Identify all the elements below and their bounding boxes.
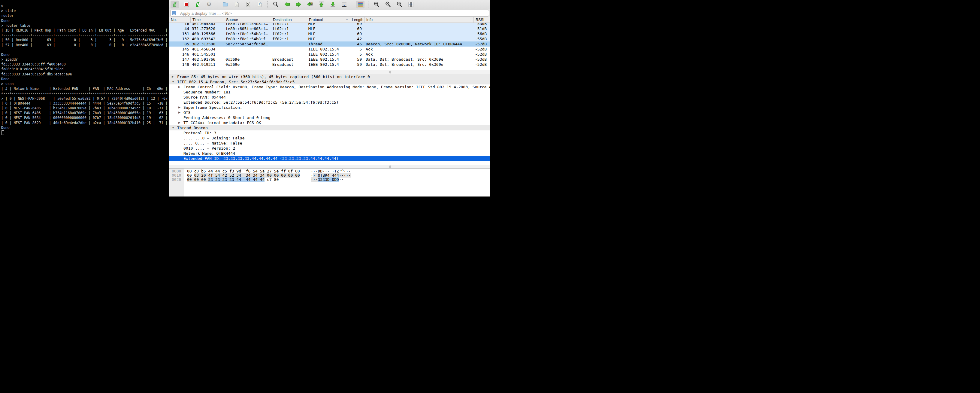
ascii-segment[interactable]: ··· bbox=[311, 177, 318, 182]
hex-row[interactable]: 000000 c0 b5 44 44 c5 f3 9d f6 54 5a 27 … bbox=[169, 169, 490, 173]
packet-row[interactable]: 132400.693542fe80::f8e1:54b8:f…ff02::1ML… bbox=[169, 36, 490, 42]
close-file-button[interactable] bbox=[244, 1, 252, 8]
ascii-segment[interactable]: ·· bbox=[339, 177, 344, 182]
detail-row[interactable]: ▶Superframe Specification: bbox=[169, 105, 490, 110]
hex-byte-segment[interactable]: c7 80 bbox=[264, 177, 278, 182]
detail-row[interactable]: ▶GTS bbox=[169, 110, 490, 115]
terminal-cursor[interactable] bbox=[2, 130, 4, 135]
packet-row[interactable]: 147402.5917660x369eBroadcastIEEE 802.15.… bbox=[169, 57, 490, 62]
zoom-in-button[interactable] bbox=[372, 1, 381, 8]
reload-file-button[interactable] bbox=[255, 1, 264, 8]
packet-row[interactable]: 44371.273620fe80::605f:e603:f…ff02::1MLE… bbox=[169, 26, 490, 31]
terminal-window[interactable]: >> staterouterDone> router table| ID | R… bbox=[0, 0, 169, 196]
packet-cell-length: 45 bbox=[350, 42, 364, 46]
hex-bytes: 00 03 20 4f 54 42 52 34 34 34 34 00 00 0… bbox=[187, 173, 300, 177]
hex-byte-segment[interactable]: 00 bbox=[187, 173, 194, 177]
packet-row[interactable]: 145401.456634IEEE 802.15.45Ack-52dB bbox=[169, 46, 490, 52]
detail-row[interactable]: ▼IEEE 802.15.4 Beacon, Src: 5e:27:5a:54:… bbox=[169, 79, 490, 85]
resize-columns-button[interactable] bbox=[407, 1, 415, 8]
column-header-time[interactable]: Time bbox=[190, 17, 224, 23]
expander-down-icon[interactable]: ▼ bbox=[172, 79, 175, 85]
capture-options-button[interactable]: ⚙ bbox=[205, 1, 213, 8]
expander-right-icon[interactable]: ▶ bbox=[178, 120, 180, 125]
colorize-packets-button[interactable] bbox=[356, 1, 364, 8]
ascii-segment[interactable]: · OTBR4 444····· bbox=[313, 173, 351, 177]
column-header-source[interactable]: Source bbox=[224, 17, 271, 23]
zoom-out-button[interactable] bbox=[384, 1, 392, 8]
detail-row[interactable]: Source PAN: 0x4444 bbox=[169, 95, 490, 100]
detail-row[interactable]: 0010 .... = Version: 2 bbox=[169, 146, 490, 151]
splitter-grip-icon bbox=[389, 71, 391, 73]
expander-right-icon[interactable]: ▶ bbox=[178, 105, 180, 110]
column-header-no[interactable]: No. bbox=[169, 17, 190, 23]
list-details-splitter[interactable] bbox=[169, 70, 490, 74]
last-packet-icon bbox=[330, 1, 336, 8]
gear-icon: ⚙ bbox=[206, 2, 212, 7]
bookmark-icon[interactable] bbox=[172, 11, 176, 16]
expander-right-icon[interactable]: ▶ bbox=[172, 74, 174, 79]
hex-byte-segment[interactable]: 33 33 33 33 44 44 44 44 bbox=[208, 177, 264, 182]
display-filter-input[interactable]: Apply a display filter ... <⌘/> bbox=[170, 10, 489, 16]
find-packet-button[interactable] bbox=[271, 1, 280, 8]
packet-row[interactable]: 85382.3125005e:27:5a:54:f6:9d…Thread45Be… bbox=[169, 42, 490, 46]
terminal-line: > state bbox=[1, 8, 169, 13]
ascii-segment[interactable]: · bbox=[311, 173, 313, 177]
save-file-button[interactable] bbox=[232, 1, 241, 8]
packet-cell-info bbox=[364, 36, 474, 42]
packet-row[interactable]: 146401.545501IEEE 802.15.45Ack-52dB bbox=[169, 52, 490, 57]
start-capture-button[interactable] bbox=[170, 1, 179, 8]
column-header-destination[interactable]: Destination bbox=[271, 17, 307, 23]
zoom-original-button[interactable] bbox=[395, 1, 404, 8]
packet-cell-info: Beacon, Src: 0x0000, Network ID: OTBR444… bbox=[364, 42, 474, 46]
packet-row[interactable]: 131400.125366fe80::f8e1:54b8:f…ff02::1ML… bbox=[169, 31, 490, 36]
go-first-button[interactable] bbox=[317, 1, 326, 8]
detail-row[interactable]: ▼Thread Beacon bbox=[169, 125, 490, 130]
terminal-line: > bbox=[1, 3, 169, 8]
detail-row[interactable]: Extended Source: 5e:27:5a:54:f6:9d:f3:c5… bbox=[169, 100, 490, 105]
expander-right-icon[interactable]: ▶ bbox=[178, 85, 180, 89]
detail-row[interactable]: Pending Addresses: 0 Short and 0 Long bbox=[169, 115, 490, 120]
detail-row[interactable]: .... ...0 = Joining: False bbox=[169, 136, 490, 141]
column-header-info[interactable]: Info bbox=[364, 17, 474, 23]
details-hex-splitter[interactable] bbox=[169, 165, 490, 169]
go-to-packet-button[interactable] bbox=[305, 1, 314, 8]
open-file-button[interactable] bbox=[221, 1, 229, 8]
go-back-button[interactable] bbox=[283, 1, 291, 8]
go-last-button[interactable] bbox=[328, 1, 337, 8]
detail-row[interactable]: ▶Frame 85: 45 bytes on wire (360 bits), … bbox=[169, 74, 490, 79]
detail-row[interactable]: .... 0... = Native: False bbox=[169, 141, 490, 146]
column-header-label: Time bbox=[192, 18, 200, 22]
detail-row[interactable]: ▶TI CC24xx-format metadata: FCS OK bbox=[169, 120, 490, 125]
auto-scroll-button[interactable] bbox=[340, 1, 348, 8]
expander-right-icon[interactable]: ▶ bbox=[178, 110, 180, 115]
detail-row[interactable]: Network Name: OTBR4444 bbox=[169, 151, 490, 156]
detail-row[interactable]: ▶Frame Control Field: 0xc000, Frame Type… bbox=[169, 85, 490, 89]
go-forward-button[interactable] bbox=[294, 1, 303, 8]
hex-row[interactable]: 001000 03 20 4f 54 42 52 34 34 34 34 00 … bbox=[169, 173, 490, 177]
packet-row[interactable]: 148402.9193110x369eBroadcastIEEE 802.15.… bbox=[169, 62, 490, 67]
ascii-segment[interactable]: ···DD··· ·TZ'^··· bbox=[311, 169, 351, 173]
detail-text: Frame Control Field: 0xc000, Frame Type:… bbox=[183, 85, 490, 89]
detail-row[interactable]: Extended PAN ID: 33:33:33:33:44:44:44:44… bbox=[169, 156, 490, 161]
detail-row[interactable]: Protocol ID: 3 bbox=[169, 130, 490, 136]
detail-text: Source PAN: 0x4444 bbox=[183, 95, 226, 100]
packet-cell-info: Data, Dst: Broadcast, Src: 0x369e bbox=[364, 57, 474, 62]
ascii-segment[interactable]: 3333D DDD bbox=[318, 177, 339, 182]
stop-capture-button[interactable] bbox=[182, 1, 190, 8]
hex-byte-segment[interactable]: 00 00 00 bbox=[187, 177, 208, 182]
restart-capture-button[interactable] bbox=[193, 1, 202, 8]
column-header-rssi[interactable]: RSSI bbox=[474, 17, 490, 23]
hex-row[interactable]: 002000 00 00 33 33 33 33 44 44 44 44 c7 … bbox=[169, 177, 490, 182]
hex-view-rows: 000000 c0 b5 44 44 c5 f3 9d f6 54 5a 27 … bbox=[169, 169, 490, 182]
packet-row[interactable]: 16361.665863fe80::f8e1:54b8:f…ff02::1MLE… bbox=[169, 23, 490, 26]
expander-down-icon[interactable]: ▼ bbox=[172, 125, 175, 130]
column-header-protocol[interactable]: Protocol^ bbox=[307, 17, 350, 23]
hex-byte-segment[interactable]: 03 20 4f 54 42 52 34 34 34 34 00 00 00 0… bbox=[194, 173, 300, 177]
packet-cell-destination bbox=[271, 46, 307, 52]
column-header-length[interactable]: Length bbox=[350, 17, 364, 23]
hex-byte-segment[interactable]: 00 c0 b5 44 44 c5 f3 9d f6 54 5a 27 5e f… bbox=[187, 169, 300, 173]
terminal-line: | 0 | NEST-PAN-8629 | 40dfe69e4eda2dbe |… bbox=[1, 120, 169, 125]
detail-row[interactable]: Sequence Number: 181 bbox=[169, 89, 490, 95]
first-packet-icon bbox=[318, 1, 325, 8]
detail-text: Extended Source: 5e:27:5a:54:f6:9d:f3:c5… bbox=[183, 100, 339, 105]
